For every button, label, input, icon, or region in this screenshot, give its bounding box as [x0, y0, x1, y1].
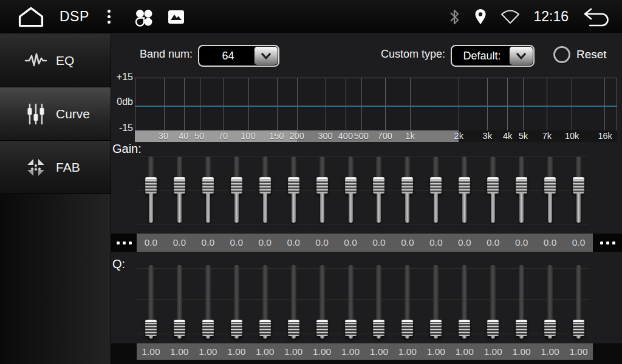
slider-thumb[interactable]: [487, 320, 499, 336]
custom-type-dropdown[interactable]: Default:: [451, 45, 535, 67]
band-slider[interactable]: [365, 157, 394, 224]
slider-track-upper: [320, 265, 325, 320]
band-slider[interactable]: [422, 157, 450, 224]
slider-track-upper: [234, 265, 239, 320]
slider-thumb[interactable]: [202, 320, 214, 336]
eq-waveform-icon: [24, 50, 47, 71]
band-slider[interactable]: [393, 265, 422, 339]
slider-track-lower: [320, 194, 324, 223]
band-num-dropdown[interactable]: 64: [198, 45, 279, 67]
slider-thumb[interactable]: [316, 177, 328, 194]
slider-thumb[interactable]: [288, 177, 299, 194]
band-slider[interactable]: [337, 265, 365, 339]
band-slider[interactable]: [194, 265, 222, 339]
slider-thumb[interactable]: [402, 177, 413, 194]
band-slider[interactable]: [536, 157, 564, 224]
slider-track-upper: [262, 157, 268, 177]
slider-thumb[interactable]: [231, 320, 242, 336]
band-value: 0.0: [337, 237, 365, 248]
slider-thumb[interactable]: [145, 177, 157, 194]
band-value: 0.0: [165, 237, 194, 248]
overflow-menu-icon[interactable]: [104, 7, 114, 26]
sidebar-item-curve[interactable]: Curve: [0, 87, 111, 141]
gain-section-label: Gain:: [112, 142, 142, 156]
slider-track-upper: [291, 265, 296, 320]
gain-more-right-button[interactable]: [593, 234, 622, 252]
apps-icon[interactable]: [134, 7, 153, 27]
band-slider[interactable]: [137, 265, 165, 339]
home-icon[interactable]: [17, 6, 45, 28]
band-slider[interactable]: [479, 265, 507, 339]
sidebar-item-label: EQ: [56, 53, 74, 68]
slider-thumb[interactable]: [430, 320, 442, 336]
q-section-label: Q:: [112, 257, 125, 271]
slider-thumb[interactable]: [516, 320, 527, 336]
band-slider[interactable]: [564, 157, 593, 224]
band-slider[interactable]: [393, 157, 422, 224]
slider-thumb[interactable]: [573, 320, 584, 336]
band-slider[interactable]: [308, 265, 337, 339]
band-slider[interactable]: [450, 157, 479, 224]
sidebar-item-fab[interactable]: FAB: [0, 141, 111, 194]
slider-thumb[interactable]: [487, 177, 499, 194]
slider-thumb[interactable]: [459, 320, 470, 336]
band-slider[interactable]: [222, 157, 251, 224]
band-slider[interactable]: [308, 157, 337, 224]
band-slider[interactable]: [479, 157, 507, 224]
slider-thumb[interactable]: [573, 177, 584, 194]
band-slider[interactable]: [450, 265, 479, 339]
band-slider[interactable]: [279, 157, 308, 224]
slider-thumb[interactable]: [259, 177, 271, 194]
slider-thumb[interactable]: [430, 177, 442, 194]
slider-thumb[interactable]: [544, 320, 556, 336]
band-slider[interactable]: [564, 265, 593, 339]
band-slider[interactable]: [365, 265, 394, 339]
band-slider[interactable]: [251, 157, 279, 224]
slider-thumb[interactable]: [459, 177, 470, 194]
reset-radio-icon[interactable]: [553, 46, 570, 63]
slider-thumb[interactable]: [259, 320, 271, 336]
band-slider[interactable]: [337, 157, 365, 224]
gallery-icon[interactable]: [168, 10, 185, 24]
sidebar-item-eq[interactable]: EQ: [0, 34, 111, 87]
slider-thumb[interactable]: [373, 177, 384, 194]
freq-gridline: [507, 78, 508, 130]
band-value: 1.00: [251, 346, 279, 357]
reset-button[interactable]: Reset: [553, 46, 607, 63]
band-slider[interactable]: [251, 265, 279, 339]
slider-thumb[interactable]: [402, 320, 413, 336]
chevron-down-icon[interactable]: [509, 47, 533, 65]
dsp-app: DSP: [0, 0, 622, 364]
slider-thumb[interactable]: [373, 320, 384, 336]
band-slider[interactable]: [137, 157, 165, 224]
slider-thumb[interactable]: [316, 320, 328, 336]
slider-thumb[interactable]: [145, 320, 157, 336]
slider-thumb[interactable]: [288, 320, 299, 336]
band-slider[interactable]: [279, 265, 308, 339]
slider-thumb[interactable]: [544, 177, 556, 194]
slider-thumb[interactable]: [202, 177, 214, 194]
gain-more-left-button[interactable]: [111, 234, 137, 252]
band-slider[interactable]: [194, 157, 222, 224]
slider-thumb[interactable]: [231, 177, 242, 194]
band-slider[interactable]: [222, 265, 251, 339]
slider-track-lower: [519, 194, 524, 223]
band-slider[interactable]: [507, 265, 536, 339]
slider-thumb[interactable]: [345, 177, 357, 194]
band-slider[interactable]: [165, 157, 194, 224]
chevron-down-icon[interactable]: [254, 47, 278, 65]
eq-plot[interactable]: [135, 78, 617, 130]
slider-thumb[interactable]: [345, 320, 357, 336]
slider-thumb[interactable]: [174, 320, 185, 336]
slider-thumb[interactable]: [174, 177, 185, 194]
freq-tick-label: 50: [194, 130, 204, 142]
band-slider[interactable]: [536, 265, 564, 339]
band-slider[interactable]: [165, 265, 194, 339]
gain-sliders: [137, 157, 593, 224]
slider-thumb[interactable]: [516, 177, 527, 194]
band-slider[interactable]: [422, 265, 450, 339]
back-icon[interactable]: [582, 7, 611, 27]
band-value: 1.00: [222, 346, 251, 357]
band-slider[interactable]: [507, 157, 536, 224]
freq-gridline: [326, 78, 326, 130]
